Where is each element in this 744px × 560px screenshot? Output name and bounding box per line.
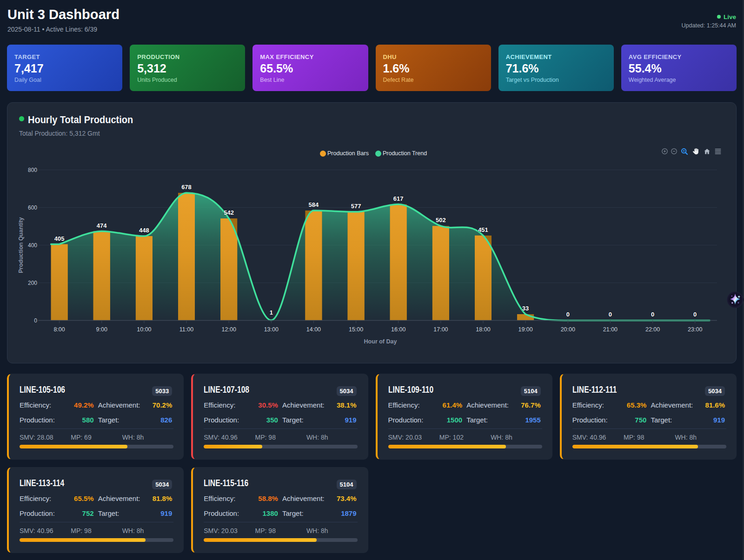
svg-text:405: 405	[54, 235, 65, 242]
svg-text:11:00: 11:00	[179, 326, 193, 333]
svg-text:8:00: 8:00	[53, 326, 65, 333]
svg-text:200: 200	[28, 280, 37, 286]
svg-text:18:00: 18:00	[476, 326, 490, 333]
svg-text:502: 502	[436, 217, 446, 224]
svg-text:Hour of Day: Hour of Day	[364, 338, 397, 345]
svg-text:600: 600	[28, 204, 37, 211]
svg-text:448: 448	[139, 227, 149, 234]
svg-text:800: 800	[28, 167, 37, 173]
svg-text:584: 584	[309, 201, 319, 208]
svg-text:12:00: 12:00	[222, 326, 236, 333]
svg-text:20:00: 20:00	[561, 326, 575, 333]
svg-text:0: 0	[34, 317, 37, 324]
svg-text:22:00: 22:00	[645, 326, 660, 333]
svg-text:577: 577	[351, 203, 361, 210]
svg-text:19:00: 19:00	[518, 326, 532, 333]
svg-text:542: 542	[224, 209, 234, 216]
svg-text:Production Quantity: Production Quantity	[18, 217, 24, 273]
svg-text:14:00: 14:00	[306, 326, 321, 333]
svg-text:678: 678	[181, 184, 192, 191]
svg-text:400: 400	[28, 242, 37, 249]
svg-text:451: 451	[478, 226, 488, 233]
svg-text:16:00: 16:00	[391, 326, 405, 333]
svg-text:10:00: 10:00	[137, 326, 151, 333]
svg-text:0: 0	[566, 311, 570, 318]
svg-text:0: 0	[693, 311, 697, 318]
svg-text:0: 0	[609, 311, 612, 318]
svg-text:21:00: 21:00	[603, 326, 618, 333]
svg-text:0: 0	[651, 311, 654, 318]
svg-text:33: 33	[522, 305, 529, 312]
svg-text:474: 474	[97, 222, 107, 229]
svg-text:13:00: 13:00	[264, 326, 279, 333]
svg-text:15:00: 15:00	[349, 326, 363, 333]
svg-text:617: 617	[393, 195, 404, 202]
svg-text:1: 1	[270, 309, 273, 316]
svg-text:17:00: 17:00	[433, 326, 448, 333]
svg-text:9:00: 9:00	[96, 326, 107, 333]
svg-text:23:00: 23:00	[688, 326, 702, 333]
